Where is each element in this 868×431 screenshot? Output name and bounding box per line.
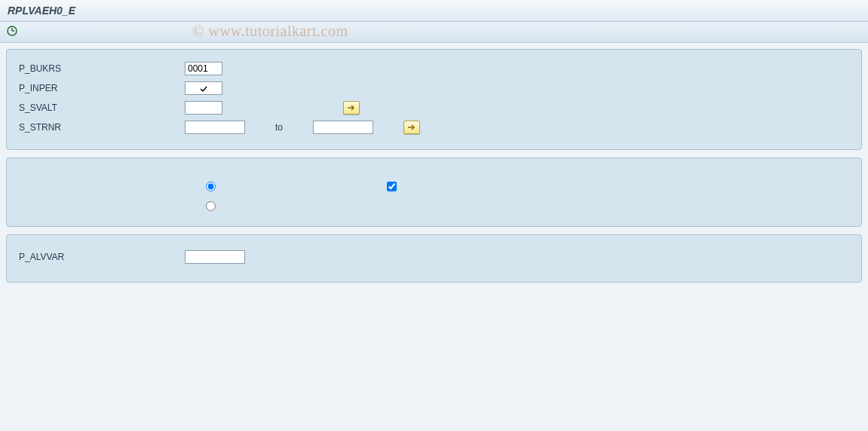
row-p-inper: P_INPER (19, 80, 849, 96)
row-s-svalt: S_SVALT (19, 99, 849, 116)
input-s-strnr-low[interactable] (185, 121, 245, 134)
clock-execute-icon (6, 25, 18, 37)
input-p-bukrs[interactable] (185, 62, 222, 75)
input-s-strnr-high[interactable] (313, 121, 373, 134)
content-area: P_BUKRS P_INPER S_SVALT S_STRNR (0, 43, 868, 430)
arrow-right-icon (407, 124, 416, 131)
multi-select-s-svalt[interactable] (343, 101, 360, 115)
arrow-right-icon (347, 104, 356, 112)
row-radio-2 (19, 199, 849, 216)
input-s-svalt[interactable] (185, 101, 222, 115)
toolbar (0, 22, 868, 43)
row-p-bukrs: P_BUKRS (19, 60, 849, 77)
execute-button[interactable] (6, 25, 20, 38)
label-p-inper: P_INPER (19, 83, 185, 93)
to-label: to (275, 122, 305, 133)
title-bar: RPLVAEH0_E (0, 0, 868, 22)
selection-panel-2 (6, 157, 862, 227)
label-p-alvvar: P_ALVVAR (19, 252, 185, 262)
row-radio-1 (19, 179, 849, 196)
radio-option-2[interactable] (206, 201, 216, 211)
multi-select-s-strnr[interactable] (403, 121, 420, 134)
row-p-alvvar: P_ALVVAR (19, 249, 849, 265)
label-s-strnr: S_STRNR (19, 122, 185, 133)
checkbox-option-1[interactable] (387, 182, 397, 191)
input-p-alvvar[interactable] (185, 250, 245, 264)
row-s-strnr: S_STRNR to (19, 119, 849, 136)
label-p-bukrs: P_BUKRS (19, 63, 185, 74)
page-title: RPLVAEH0_E (8, 5, 75, 17)
check-icon (199, 84, 208, 93)
selection-panel-3: P_ALVVAR (6, 234, 862, 283)
label-s-svalt: S_SVALT (19, 102, 185, 113)
checkbox-p-inper[interactable] (185, 81, 222, 95)
selection-panel-1: P_BUKRS P_INPER S_SVALT S_STRNR (6, 49, 862, 150)
